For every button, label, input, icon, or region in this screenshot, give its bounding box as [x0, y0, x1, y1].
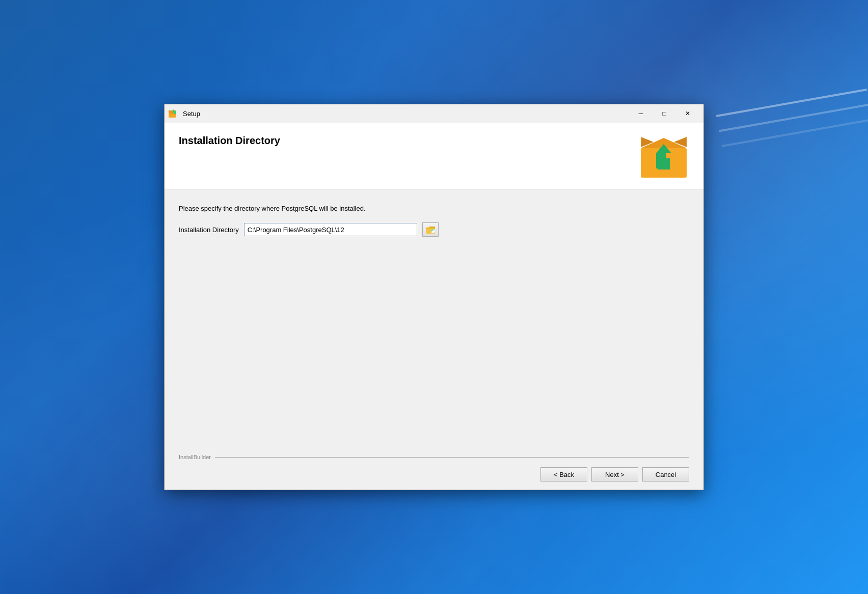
title-bar-controls: ─ □ ✕: [629, 105, 699, 122]
browse-folder-icon: [425, 224, 436, 235]
installbuilder-divider: [215, 457, 689, 458]
back-button[interactable]: < Back: [540, 467, 587, 482]
minimize-button[interactable]: ─: [629, 105, 653, 122]
field-row: Installation Directory: [179, 222, 689, 237]
content-area: Please specify the directory where Postg…: [165, 189, 703, 454]
title-bar: Setup ─ □ ✕: [165, 104, 703, 123]
close-button[interactable]: ✕: [676, 105, 699, 122]
page-title: Installation Directory: [179, 135, 280, 147]
description-text: Please specify the directory where Postg…: [179, 205, 689, 212]
installation-directory-input[interactable]: [244, 223, 417, 236]
title-bar-text: Setup: [183, 110, 629, 118]
browse-button[interactable]: [422, 222, 439, 237]
next-button[interactable]: Next >: [591, 467, 638, 482]
footer-buttons: < Back Next > Cancel: [179, 467, 689, 482]
svg-rect-3: [174, 111, 176, 114]
installbuilder-line: InstallBuilder: [179, 454, 689, 460]
header-logo-icon: [638, 133, 689, 179]
setup-title-icon: [169, 108, 179, 119]
setup-window: Setup ─ □ ✕ Installation Directory Pleas…: [164, 104, 704, 490]
footer-area: InstallBuilder < Back Next > Cancel: [165, 454, 703, 490]
cancel-button[interactable]: Cancel: [642, 467, 689, 482]
svg-rect-10: [658, 158, 670, 169]
installbuilder-label: InstallBuilder: [179, 454, 211, 460]
header-area: Installation Directory: [165, 123, 703, 189]
field-label: Installation Directory: [179, 226, 239, 234]
maximize-button[interactable]: □: [653, 105, 676, 122]
